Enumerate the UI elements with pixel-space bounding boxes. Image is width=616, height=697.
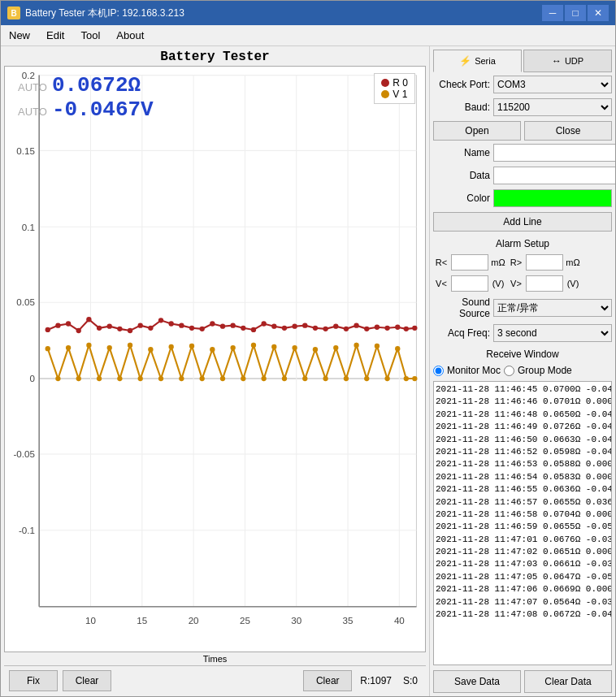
- tab-seria[interactable]: ⚡ Seria: [433, 50, 522, 72]
- menu-about[interactable]: About: [108, 26, 152, 45]
- check-port-select[interactable]: COM3: [493, 76, 612, 93]
- main-window: B Battery Tester 本机IP: 192.168.3.213 ─ □…: [0, 0, 616, 697]
- name-input[interactable]: [493, 144, 615, 162]
- maximize-button[interactable]: □: [565, 5, 586, 21]
- acq-freq-row: Acq Freq: 3 second: [433, 324, 612, 342]
- svg-point-85: [220, 376, 225, 381]
- alarm-title: Alarm Setup: [433, 238, 612, 249]
- svg-point-69: [55, 376, 60, 381]
- legend-r: R 0: [381, 77, 408, 89]
- svg-point-46: [200, 327, 205, 331]
- svg-point-31: [46, 327, 50, 332]
- group-mode-radio[interactable]: [504, 366, 514, 376]
- data-label: Data: [433, 170, 490, 181]
- chart-area: Battery Tester R/V AUTO 0.0672Ω AUTO -0.…: [1, 46, 430, 696]
- log-line: 2021-11-28 11:47:02 0.0651Ω 0.0000V: [436, 546, 609, 558]
- status-r: R:1097: [357, 675, 395, 686]
- r-less-label: R<: [433, 258, 449, 267]
- svg-point-75: [117, 376, 122, 381]
- clear-data-button[interactable]: Clear Data: [524, 670, 612, 693]
- baud-label: Baud:: [433, 102, 490, 113]
- monitor-mode-radio[interactable]: [433, 366, 444, 376]
- svg-point-36: [97, 326, 102, 331]
- svg-point-87: [241, 376, 245, 381]
- minimize-button[interactable]: ─: [542, 5, 563, 21]
- clear2-button[interactable]: Clear: [303, 670, 352, 691]
- log-line: 2021-11-28 11:46:45 0.0700Ω -0.0485V: [436, 383, 609, 396]
- legend-r-label: R 0: [393, 77, 408, 89]
- chart-wrapper: R/V AUTO 0.0672Ω AUTO -0.0467V: [4, 66, 426, 652]
- check-port-row: Check Port: COM3: [433, 76, 612, 93]
- menu-edit[interactable]: Edit: [38, 26, 72, 45]
- svg-point-56: [302, 323, 307, 327]
- v-greater-input[interactable]: [526, 275, 563, 292]
- svg-text:40: 40: [394, 615, 405, 626]
- svg-point-47: [210, 321, 215, 326]
- svg-point-81: [179, 376, 184, 381]
- svg-point-98: [354, 343, 358, 348]
- svg-point-55: [292, 324, 297, 329]
- svg-point-45: [189, 326, 194, 331]
- svg-point-94: [313, 347, 318, 352]
- svg-point-86: [230, 345, 235, 350]
- svg-point-58: [323, 327, 328, 331]
- menu-bar: New Edit Tool About: [1, 25, 615, 46]
- svg-point-89: [261, 376, 266, 381]
- svg-text:30: 30: [291, 615, 301, 626]
- close-button[interactable]: Close: [524, 121, 612, 141]
- save-data-button[interactable]: Save Data: [433, 670, 521, 693]
- svg-point-83: [200, 376, 205, 381]
- svg-point-80: [169, 344, 174, 349]
- main-content: Battery Tester R/V AUTO 0.0672Ω AUTO -0.…: [1, 46, 615, 696]
- udp-icon: ↔: [552, 55, 562, 67]
- log-line: 2021-11-28 11:46:57 0.0655Ω 0.0360V: [436, 496, 609, 509]
- svg-text:0.05: 0.05: [16, 297, 35, 307]
- radio-row: Monitor Moc Group Mode: [433, 365, 612, 376]
- legend-v: V 1: [381, 89, 408, 100]
- log-line: 2021-11-28 11:47:06 0.0669Ω 0.0000V: [436, 583, 609, 595]
- svg-point-103: [404, 376, 409, 381]
- color-picker[interactable]: [493, 189, 612, 207]
- svg-point-104: [412, 376, 417, 381]
- baud-select[interactable]: 115200: [493, 98, 612, 116]
- y-axis-label: R/V: [1, 352, 2, 366]
- clear1-button[interactable]: Clear: [63, 670, 111, 691]
- svg-point-101: [384, 376, 389, 381]
- v-less-input[interactable]: [451, 275, 488, 292]
- close-button[interactable]: ✕: [588, 5, 609, 21]
- bottom-toolbar: Fix Clear Clear R:1097 S:0: [4, 665, 426, 695]
- svg-point-65: [395, 325, 400, 330]
- receive-window-title: Receive Window: [433, 348, 612, 360]
- menu-new[interactable]: New: [1, 26, 38, 45]
- open-close-row: Open Close: [433, 121, 612, 141]
- v-less-label: V<: [433, 279, 449, 288]
- svg-point-37: [107, 324, 112, 329]
- svg-point-77: [138, 376, 143, 381]
- tab-udp[interactable]: ↔ UDP: [523, 50, 612, 72]
- svg-text:0.15: 0.15: [16, 145, 35, 156]
- right-panel: ⚡ Seria ↔ UDP Check Port: COM3 Baud:: [430, 46, 615, 696]
- alarm-r-row: R< mΩ R> mΩ: [433, 254, 612, 271]
- data-input[interactable]: [493, 167, 615, 184]
- fix-button[interactable]: Fix: [9, 670, 58, 691]
- svg-point-67: [412, 326, 417, 331]
- name-row: Name: [433, 144, 612, 162]
- r-less-input[interactable]: [451, 254, 488, 271]
- svg-point-41: [148, 326, 153, 331]
- svg-text:35: 35: [343, 615, 354, 626]
- v-unit1: (V): [490, 279, 506, 288]
- svg-point-39: [128, 328, 132, 333]
- acq-freq-select[interactable]: 3 second: [493, 324, 612, 342]
- sound-source-select[interactable]: 正常/异常: [493, 299, 612, 317]
- menu-tool[interactable]: Tool: [72, 26, 108, 45]
- log-line: 2021-11-28 11:46:48 0.0650Ω -0.0431V: [436, 409, 609, 421]
- svg-point-78: [148, 347, 153, 352]
- chart-legend: R 0 V 1: [374, 73, 415, 104]
- svg-point-72: [86, 343, 91, 348]
- svg-point-44: [179, 323, 184, 327]
- open-button[interactable]: Open: [433, 121, 521, 141]
- name-label: Name: [433, 147, 490, 158]
- r-greater-input[interactable]: [526, 254, 563, 271]
- svg-point-42: [158, 318, 163, 323]
- add-line-button[interactable]: Add Line: [433, 212, 612, 232]
